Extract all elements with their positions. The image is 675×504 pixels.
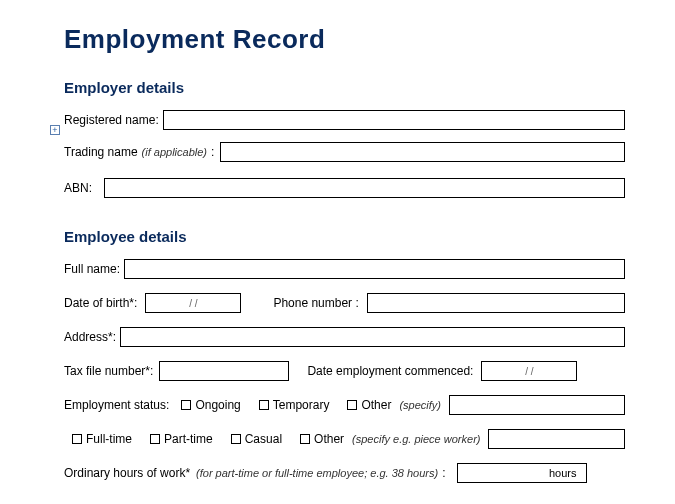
dob-label: Date of birth*: [64,296,137,310]
dob-phone-row: Date of birth*: / / Phone number : [64,293,625,313]
type-casual-label: Casual [245,432,282,446]
status-other-input[interactable] [449,395,625,415]
type-other-option[interactable]: Other [300,432,344,446]
status-ongoing-option[interactable]: Ongoing [181,398,240,412]
employment-type-row: Full-time Part-time Casual Other (specif… [64,429,625,449]
checkbox-icon [181,400,191,410]
hours-label: Ordinary hours of work* [64,466,190,480]
type-other-hint: (specify e.g. piece worker) [352,433,480,445]
phone-label: Phone number : [273,296,358,310]
registered-name-label: Registered name: [64,113,159,127]
employee-section-heading: Employee details [64,228,625,245]
registered-name-input[interactable] [163,110,625,130]
hours-hint: (for part-time or full-time employee; e.… [196,467,438,479]
type-parttime-option[interactable]: Part-time [150,432,213,446]
table-anchor-icon: + [50,125,60,135]
status-other-option[interactable]: Other [347,398,391,412]
address-input[interactable] [120,327,625,347]
employment-status-row: Employment status: Ongoing Temporary Oth… [64,395,625,415]
trading-name-row: Trading name (if applicable) : [64,142,625,162]
hours-unit: hours [549,467,577,479]
registered-name-row: Registered name: [64,110,625,130]
type-parttime-label: Part-time [164,432,213,446]
status-temporary-option[interactable]: Temporary [259,398,330,412]
checkbox-icon [231,434,241,444]
abn-label: ABN: [64,181,92,195]
commenced-placeholder: / / [525,366,533,377]
status-other-label: Other [361,398,391,412]
checkbox-icon [259,400,269,410]
trading-name-label: Trading name [64,145,138,159]
full-name-row: Full name: [64,259,625,279]
tfn-input[interactable] [159,361,289,381]
hours-colon: : [442,466,445,480]
employer-section-heading: Employer details [64,79,625,96]
commenced-label: Date employment commenced: [307,364,473,378]
checkbox-icon [347,400,357,410]
checkbox-icon [72,434,82,444]
type-casual-option[interactable]: Casual [231,432,282,446]
dob-placeholder: / / [189,298,197,309]
checkbox-icon [300,434,310,444]
status-temporary-label: Temporary [273,398,330,412]
full-name-label: Full name: [64,262,120,276]
commenced-input[interactable]: / / [481,361,577,381]
full-name-input[interactable] [124,259,625,279]
trading-name-colon: : [211,145,214,159]
status-other-hint: (specify) [399,399,441,411]
page-title: Employment Record [64,24,625,55]
type-fulltime-option[interactable]: Full-time [72,432,132,446]
phone-input[interactable] [367,293,625,313]
type-fulltime-label: Full-time [86,432,132,446]
tfn-commenced-row: Tax file number*: Date employment commen… [64,361,625,381]
type-other-label: Other [314,432,344,446]
checkbox-icon [150,434,160,444]
trading-name-hint: (if applicable) [142,146,207,158]
dob-input[interactable]: / / [145,293,241,313]
status-label: Employment status: [64,398,169,412]
address-label: Address*: [64,330,116,344]
address-row: Address*: [64,327,625,347]
hours-input[interactable]: hours [457,463,587,483]
status-ongoing-label: Ongoing [195,398,240,412]
tfn-label: Tax file number*: [64,364,153,378]
type-other-input[interactable] [488,429,625,449]
abn-input[interactable] [104,178,625,198]
trading-name-input[interactable] [220,142,625,162]
hours-row: Ordinary hours of work* (for part-time o… [64,463,625,483]
abn-row: ABN: [64,178,625,198]
